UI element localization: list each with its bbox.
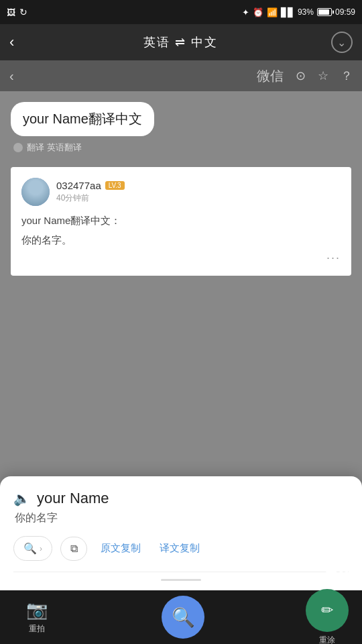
nav-title: 英语 ⇌ 中文	[143, 34, 218, 50]
alarm-icon: ⏰	[253, 7, 263, 17]
retake-label: 重拍	[29, 623, 45, 635]
time: 09:59	[335, 7, 355, 17]
toolbar2-back-button[interactable]: ‹	[9, 68, 14, 84]
panel-translation: 你的名字	[13, 511, 349, 525]
handle-bar	[161, 579, 201, 581]
chevron-down-icon: ⌄	[337, 36, 346, 49]
nav-back-button[interactable]: ‹	[9, 34, 31, 51]
copy-original-button[interactable]: 原文复制	[95, 537, 146, 560]
avatar	[21, 178, 50, 206]
answer-question-text: your Name翻译中文：	[21, 213, 341, 229]
battery-icon	[317, 8, 332, 16]
redraw-button[interactable]: ✏	[306, 589, 349, 632]
status-bar: 🖼 ↻ ✦ ⏰ 📶 ▊▊ 93% 09:59	[0, 0, 362, 24]
translate-hint-icon	[13, 143, 23, 152]
level-badge: LV.3	[105, 181, 125, 190]
signal-icon: ▊▊	[281, 7, 294, 17]
wechat-icon[interactable]: 微信	[257, 67, 284, 85]
retake-icon: 📷	[26, 600, 48, 621]
search-icon: 🔍	[23, 542, 37, 555]
redraw-label: 重涂	[319, 635, 335, 645]
answer-more-icon[interactable]: ···	[21, 251, 341, 265]
panel-actions: 🔍 › ⧉ 原文复制 译文复制	[13, 536, 349, 572]
answer-meta: 032477aa LV.3 40分钟前	[56, 180, 125, 204]
search-center-icon: 🔍	[172, 606, 195, 629]
toolbar2-icons: 微信 ⊙ ☆ ？	[257, 67, 353, 85]
panel-handle	[13, 572, 349, 590]
bluetooth-icon: ✦	[242, 7, 249, 17]
answer-header: 032477aa LV.3 40分钟前	[21, 178, 341, 206]
battery-percent: 93%	[298, 7, 314, 17]
answer-card: 032477aa LV.3 40分钟前 your Name翻译中文： 你的名字。…	[11, 167, 351, 276]
question-text: your Name翻译中文	[23, 111, 142, 126]
answer-username: 032477aa LV.3	[56, 180, 125, 191]
nav-bar: ‹ 英语 ⇌ 中文 ⌄	[0, 24, 362, 60]
ea-float-label: Ea	[326, 555, 349, 577]
main-content: your Name翻译中文 翻译 英语翻译 032477aa LV.3 40分钟…	[0, 91, 362, 480]
gallery-icon: 🖼	[7, 7, 15, 17]
answer-chinese: 你的名字。	[21, 234, 341, 247]
question-bubble: your Name翻译中文	[11, 102, 154, 136]
redraw-icon: ✏	[321, 602, 333, 619]
nav-more-button[interactable]: ⌄	[331, 32, 353, 53]
translate-hint: 翻译 英语翻译	[11, 142, 351, 154]
translate-hint-text: 翻译 英语翻译	[27, 142, 82, 154]
more-icon[interactable]: ？	[341, 68, 353, 84]
redraw-section: ✏ 重涂	[306, 589, 349, 645]
search-center-button[interactable]: 🔍	[162, 596, 204, 639]
status-left: 🖼 ↻	[7, 7, 27, 17]
toolbar2: ‹ 微信 ⊙ ☆ ？	[0, 60, 362, 91]
wifi-icon: 📶	[267, 7, 278, 17]
copy-icon: ⧉	[70, 543, 78, 555]
rotation-icon: ↻	[19, 7, 27, 17]
search-button[interactable]: 🔍 ›	[13, 536, 52, 561]
camera-icon[interactable]: ⊙	[296, 68, 306, 83]
status-right: ✦ ⏰ 📶 ▊▊ 93% 09:59	[242, 7, 355, 17]
answer-time: 40分钟前	[56, 193, 125, 204]
star-icon[interactable]: ☆	[318, 68, 328, 83]
bottom-panel: 🔈 your Name 你的名字 🔍 › ⧉ 原文复制 译文复制	[0, 476, 362, 590]
speaker-icon[interactable]: 🔈	[13, 490, 30, 506]
retake-button[interactable]: 📷 重拍	[13, 600, 60, 635]
panel-header: 🔈 your Name	[13, 490, 349, 507]
chevron-right-icon: ›	[40, 544, 42, 553]
bottom-nav: 📷 重拍 🔍 ✏ 重涂	[0, 590, 362, 644]
panel-term: your Name	[37, 490, 109, 507]
copy-icon-button[interactable]: ⧉	[60, 537, 87, 561]
copy-translation-button[interactable]: 译文复制	[154, 537, 205, 560]
